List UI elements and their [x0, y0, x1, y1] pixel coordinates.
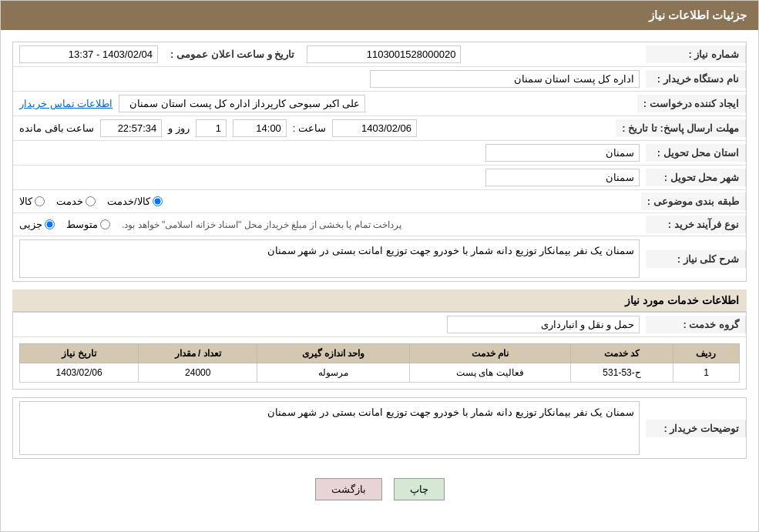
td-row-num: 1	[673, 363, 739, 383]
back-button[interactable]: بازگشت	[315, 478, 382, 500]
buyer-desc-input: سمنان یک نفر بیمانکار توزیع دانه شمار با…	[19, 401, 640, 455]
row-need-number: شماره نیاز : 1103001528000020 تاریخ و سا…	[13, 42, 746, 67]
need-desc-input: سمنان یک نفر بیمانکار توزیع دانه شمار با…	[19, 239, 640, 278]
row-service-group: گروه خدمت : حمل و نقل و انبارداری	[13, 313, 746, 337]
service-group-input: حمل و نقل و انبارداری	[447, 316, 640, 333]
td-service-name: فعالیت های پست	[409, 363, 570, 383]
requester-org-label: نام دستگاه خریدار :	[646, 70, 746, 88]
deadline-remaining-label: ساعت باقی مانده	[19, 122, 94, 134]
td-need-date: 1403/02/06	[20, 363, 139, 383]
delivery-city-label: شهر محل تحویل :	[646, 169, 746, 186]
announcement-date-label: تاریخ و ساعت اعلان عمومی :	[164, 45, 301, 63]
purchase-type-value: پرداخت تمام یا بخشی از مبلغ خریداز محل "…	[13, 216, 646, 233]
need-desc-value: سمنان یک نفر بیمانکار توزیع دانه شمار با…	[13, 236, 646, 281]
row-delivery-city: شهر محل تحویل : سمنان	[13, 166, 746, 190]
deadline-time-label: ساعت :	[293, 122, 326, 134]
category-radio-goods-services[interactable]	[153, 196, 163, 206]
td-quantity: 24000	[139, 363, 257, 383]
deadline-value: 1403/02/06 ساعت : 14:00 1 روز و 22:57:34…	[13, 116, 616, 140]
buyer-desc-value: سمنان یک نفر بیمانکار توزیع دانه شمار با…	[13, 398, 646, 458]
deadline-days-input: 1	[196, 119, 227, 137]
service-group-value: حمل و نقل و انبارداری	[13, 313, 646, 336]
row-purchase-type: نوع فرآیند خرید : پرداخت تمام یا بخشی از…	[13, 213, 746, 236]
td-unit: مرسوله	[257, 363, 409, 383]
th-need-date: تاریخ نیاز	[20, 344, 139, 363]
need-number-value: 1103001528000020 تاریخ و ساعت اعلان عموم…	[13, 42, 646, 66]
row-buyer-desc: توضیحات خریدار : سمنان یک نفر بیمانکار ت…	[13, 398, 746, 458]
delivery-city-input: سمنان	[485, 169, 640, 186]
table-header-row: ردیف کد خدمت نام خدمت واحد اندازه گیری ت…	[20, 344, 740, 363]
purchase-type-label-partial: جزیی	[19, 219, 42, 230]
deadline-days-label: روز و	[168, 122, 190, 134]
row-requester-org: نام دستگاه خریدار : اداره کل پست استان س…	[13, 67, 746, 92]
page-container: جزئیات اطلاعات نیاز شماره نیاز : 1103001…	[0, 0, 759, 532]
purchase-type-option-partial[interactable]: جزیی	[19, 219, 55, 230]
need-desc-label: شرح کلی نیاز :	[646, 250, 746, 268]
category-radio-group: کالا/خدمت خدمت کالا	[19, 196, 635, 207]
category-option-service[interactable]: خدمت	[56, 196, 96, 207]
page-title: جزئیات اطلاعات نیاز	[649, 8, 747, 22]
th-quantity: تعداد / مقدار	[139, 344, 257, 363]
purchase-type-radio-partial[interactable]	[45, 219, 55, 229]
requester-org-value: اداره کل پست استان سمنان	[13, 67, 646, 91]
category-radio-service[interactable]	[86, 196, 96, 206]
purchase-type-option-medium[interactable]: متوسط	[66, 219, 110, 230]
deadline-time-input: 14:00	[233, 119, 287, 137]
th-unit: واحد اندازه گیری	[257, 344, 409, 363]
announcement-date-input: 1403/02/04 - 13:37	[19, 45, 158, 63]
delivery-province-value: سمنان	[13, 141, 646, 165]
deadline-label: مهلت ارسال پاسخ: تا تاریخ :	[616, 119, 746, 137]
category-value: کالا/خدمت خدمت کالا	[13, 192, 641, 210]
th-service-name: نام خدمت	[409, 344, 570, 363]
creator-contact-link[interactable]: اطلاعات تماس خریدار	[19, 98, 113, 109]
need-number-label: شماره نیاز :	[646, 45, 746, 63]
row-creator: ایجاد کننده درخواست : علی اکبر سبوحی کار…	[13, 92, 746, 116]
service-group-label: گروه خدمت :	[646, 316, 746, 333]
th-row-num: ردیف	[673, 344, 739, 363]
category-label: طبقه بندی موضوعی :	[641, 192, 746, 210]
services-table-container: ردیف کد خدمت نام خدمت واحد اندازه گیری ت…	[13, 337, 746, 389]
print-button[interactable]: چاپ	[394, 478, 445, 500]
deadline-remaining-input: 22:57:34	[100, 119, 162, 137]
services-table: ردیف کد خدمت نام خدمت واحد اندازه گیری ت…	[19, 343, 740, 383]
purchase-type-note: پرداخت تمام یا بخشی از مبلغ خریداز محل "…	[122, 219, 401, 230]
services-form: گروه خدمت : حمل و نقل و انبارداری ردیف ک…	[12, 312, 747, 390]
purchase-type-radio-medium[interactable]	[100, 219, 110, 229]
deadline-date-input: 1403/02/06	[332, 119, 417, 137]
category-radio-goods[interactable]	[35, 196, 45, 206]
row-deadline: مهلت ارسال پاسخ: تا تاریخ : 1403/02/06 س…	[13, 116, 746, 141]
creator-value: علی اکبر سبوحی کارپرداز اداره کل پست است…	[13, 92, 637, 115]
buyer-desc-label: توضیحات خریدار :	[646, 420, 746, 437]
category-option-goods-services[interactable]: کالا/خدمت	[107, 196, 163, 207]
services-section-title: اطلاعات خدمات مورد نیاز	[12, 289, 747, 312]
purchase-type-radio-group: پرداخت تمام یا بخشی از مبلغ خریداز محل "…	[19, 219, 640, 230]
creator-input: علی اکبر سبوحی کارپرداز اداره کل پست است…	[119, 95, 365, 112]
category-label-goods-services: کالا/خدمت	[107, 196, 150, 207]
requester-org-input: اداره کل پست استان سمنان	[370, 70, 640, 88]
purchase-type-label-medium: متوسط	[66, 219, 98, 230]
footer-buttons: چاپ بازگشت	[12, 467, 747, 512]
delivery-province-input: سمنان	[485, 144, 640, 162]
row-need-desc: شرح کلی نیاز : سمنان یک نفر بیمانکار توز…	[13, 236, 746, 281]
creator-label: ایجاد کننده درخواست :	[637, 95, 746, 112]
main-form: شماره نیاز : 1103001528000020 تاریخ و سا…	[12, 42, 747, 282]
row-delivery-province: استان محل تحویل : سمنان	[13, 141, 746, 166]
purchase-type-label: نوع فرآیند خرید :	[646, 216, 746, 233]
table-row: 1 ح-53-531 فعالیت های پست مرسوله 24000 1…	[20, 363, 740, 383]
need-number-input: 1103001528000020	[307, 45, 461, 63]
page-header: جزئیات اطلاعات نیاز	[1, 1, 758, 30]
delivery-city-value: سمنان	[13, 166, 646, 189]
row-category: طبقه بندی موضوعی : کالا/خدمت خدمت	[13, 190, 746, 213]
th-service-code: کد خدمت	[571, 344, 673, 363]
td-service-code: ح-53-531	[571, 363, 673, 383]
delivery-province-label: استان محل تحویل :	[646, 144, 746, 162]
category-option-goods[interactable]: کالا	[19, 196, 45, 207]
buyer-desc-section: توضیحات خریدار : سمنان یک نفر بیمانکار ت…	[12, 397, 747, 459]
content-area: شماره نیاز : 1103001528000020 تاریخ و سا…	[1, 30, 758, 524]
category-label-goods: کالا	[19, 196, 32, 207]
category-label-service: خدمت	[56, 196, 83, 207]
